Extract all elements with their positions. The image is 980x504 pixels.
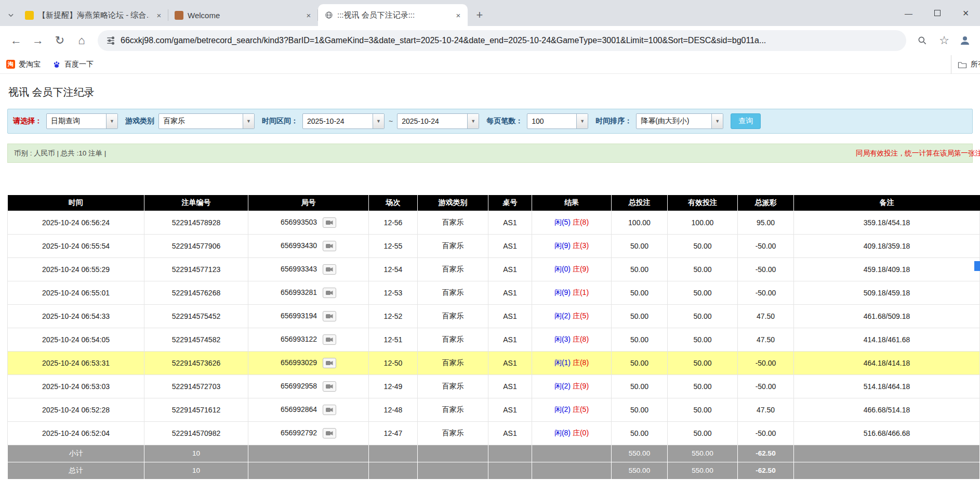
maximize-button[interactable] [923,0,951,26]
browser-chrome: 【新提醒】海燕策略论坛 - 综合… × Welcome × :::视讯 会员下注… [0,0,980,74]
tab-title: Welcome [188,11,299,20]
navigation-bar: ← → ↻ ⌂ 66cxkj98.com/game/betrecord_sear… [0,26,980,55]
cell-total-bet-link[interactable]: 50.00 [612,351,668,374]
page-size-select[interactable]: 100 ▼ [527,113,588,129]
cell-total-bet-link[interactable]: 50.00 [612,421,668,445]
cell-result: 闲(5) 庄(8) [532,211,612,234]
total-count: 10 [144,462,248,479]
cell-payout: -50.00 [738,257,794,281]
tab-close-icon[interactable]: × [154,10,164,20]
date-end-select[interactable]: 2025-10-24 ▼ [397,113,479,129]
cell-game-type: 百家乐 [418,234,488,257]
header-bet-id: 注单编号 [144,195,248,211]
bookmark-star-icon[interactable]: ☆ [933,30,955,51]
tab-bet-record[interactable]: :::视讯 会员下注记录::: × [318,4,468,26]
cell-total-bet-link[interactable]: 50.00 [612,281,668,304]
url-text[interactable]: 66cxkj98.com/game/betrecord_search/kind3… [121,36,898,45]
cell-session: 12-55 [369,234,418,257]
refresh-button[interactable]: ↻ [49,30,71,51]
page-size-value: 100 [527,117,576,125]
tab-search-chevron-icon[interactable] [3,4,19,26]
video-replay-icon[interactable] [323,217,336,228]
cell-note: 509.18/459.18 [794,281,980,304]
video-replay-icon[interactable] [323,381,336,392]
url-bar[interactable]: 66cxkj98.com/game/betrecord_search/kind3… [98,30,906,51]
back-button[interactable]: ← [5,30,27,51]
result-banker: 庄(8) [573,358,589,367]
cell-result: 闲(2) 庄(9) [532,374,612,398]
cell-time: 2025-10-24 06:52:04 [8,421,144,445]
video-replay-icon[interactable] [323,405,336,415]
search-lens-icon[interactable] [911,30,933,51]
cell-total-bet-link[interactable]: 100.00 [612,211,668,234]
profile-avatar-icon[interactable] [955,31,975,50]
cell-payout: -50.00 [738,374,794,398]
subtotal-payout: -62.50 [738,445,794,462]
date-start-select[interactable]: 2025-10-24 ▼ [302,113,385,129]
header-round-id: 局号 [248,195,369,211]
game-type-select[interactable]: 百家乐 ▼ [158,113,255,129]
result-player: 闲(0) [554,265,571,273]
cell-total-bet-link[interactable]: 50.00 [612,374,668,398]
total-valid-bet: 550.00 [668,462,738,479]
total-total-bet: 550.00 [612,462,668,479]
video-replay-icon[interactable] [323,288,336,298]
bookmark-label: 百度一下 [64,60,94,69]
chevron-down-icon[interactable]: ▼ [711,114,723,128]
header-result: 结果 [532,195,612,211]
header-game-type: 游戏类别 [418,195,488,211]
cell-table-no: AS1 [488,328,532,351]
chevron-down-icon[interactable]: ▼ [106,114,117,128]
table-row: 2025-10-24 06:56:24 522914578928 6569935… [8,211,980,234]
forward-button[interactable]: → [27,30,49,51]
video-replay-icon[interactable] [323,241,336,251]
cell-total-bet-link[interactable]: 50.00 [612,304,668,328]
tab-forum[interactable]: 【新提醒】海燕策略论坛 - 综合… × [19,4,168,26]
sort-select[interactable]: 降幂(由大到小) ▼ [636,113,723,129]
cell-payout: -50.00 [738,281,794,304]
result-player: 闲(5) [554,218,571,226]
new-tab-button[interactable]: + [471,6,488,24]
bookmark-taobao[interactable]: 淘 爱淘宝 [6,60,41,69]
minimize-button[interactable]: — [894,0,923,26]
chevron-down-icon[interactable]: ▼ [373,114,384,128]
bookmark-baidu[interactable]: 百度一下 [52,60,94,69]
edge-button-top[interactable] [974,261,980,271]
query-button[interactable]: 查询 [731,113,761,129]
cell-note: 461.68/509.18 [794,304,980,328]
cell-total-bet-link[interactable]: 50.00 [612,398,668,421]
site-settings-tune-icon[interactable] [106,36,115,45]
cell-round-id: 656993281 [248,281,369,304]
sort-label: 时间排序： [595,117,632,126]
table-row: 2025-10-24 06:55:54 522914577906 6569934… [8,234,980,257]
table-header-row: 时间 注单编号 局号 场次 游戏类别 桌号 结果 总投注 有效投注 总派彩 备注 [8,195,980,211]
result-banker: 庄(8) [573,335,589,343]
tab-close-icon[interactable]: × [453,10,463,20]
cell-valid-bet: 50.00 [668,257,738,281]
cell-total-bet-link[interactable]: 50.00 [612,257,668,281]
cell-total-bet-link[interactable]: 50.00 [612,234,668,257]
chevron-down-icon[interactable]: ▼ [243,114,254,128]
tab-welcome[interactable]: Welcome × [168,4,318,26]
video-replay-icon[interactable] [323,264,336,275]
chevron-down-icon[interactable]: ▼ [467,114,479,128]
cell-total-bet-link[interactable]: 50.00 [612,328,668,351]
video-replay-icon[interactable] [323,428,336,438]
video-replay-icon[interactable] [323,311,336,321]
video-replay-icon[interactable] [323,334,336,345]
cell-note: 414.18/461.68 [794,328,980,351]
cell-session: 12-47 [369,421,418,445]
window-close-button[interactable]: × [951,0,980,26]
cell-round-id: 656992864 [248,398,369,421]
query-type-select[interactable]: 日期查询 ▼ [46,113,118,129]
cell-round-id: 656993430 [248,234,369,257]
video-replay-icon[interactable] [323,358,336,368]
all-bookmarks-folder[interactable]: 所有书签 [951,55,980,74]
home-button[interactable]: ⌂ [71,30,92,51]
cell-payout: 47.50 [738,328,794,351]
date-range-label: 时间区间： [262,117,298,126]
cell-bet-id: 522914573626 [144,351,248,374]
chevron-down-icon[interactable]: ▼ [576,114,588,128]
tab-close-icon[interactable]: × [303,10,314,20]
cell-session: 12-48 [369,398,418,421]
